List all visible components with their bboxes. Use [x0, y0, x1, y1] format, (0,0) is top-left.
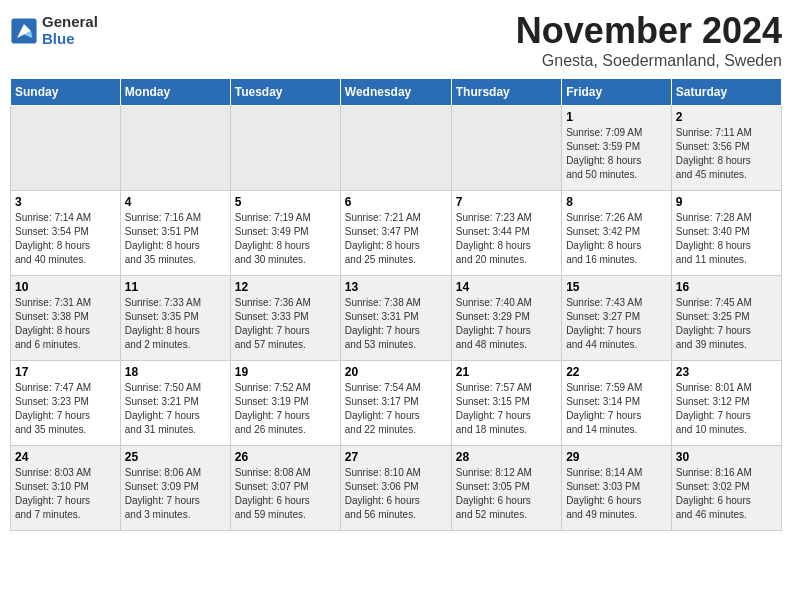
calendar-week-row: 24Sunrise: 8:03 AM Sunset: 3:10 PM Dayli… [11, 446, 782, 531]
calendar-cell: 3Sunrise: 7:14 AM Sunset: 3:54 PM Daylig… [11, 191, 121, 276]
logo-blue-text: Blue [42, 31, 98, 48]
day-info: Sunrise: 8:03 AM Sunset: 3:10 PM Dayligh… [15, 466, 116, 522]
day-number: 9 [676, 195, 777, 209]
day-number: 26 [235, 450, 336, 464]
day-number: 23 [676, 365, 777, 379]
day-info: Sunrise: 7:38 AM Sunset: 3:31 PM Dayligh… [345, 296, 447, 352]
calendar-cell: 17Sunrise: 7:47 AM Sunset: 3:23 PM Dayli… [11, 361, 121, 446]
day-number: 2 [676, 110, 777, 124]
day-info: Sunrise: 7:40 AM Sunset: 3:29 PM Dayligh… [456, 296, 557, 352]
logo: General Blue [10, 14, 98, 47]
location-title: Gnesta, Soedermanland, Sweden [516, 52, 782, 70]
weekday-header: Saturday [671, 79, 781, 106]
day-number: 19 [235, 365, 336, 379]
calendar-cell: 18Sunrise: 7:50 AM Sunset: 3:21 PM Dayli… [120, 361, 230, 446]
calendar-week-row: 10Sunrise: 7:31 AM Sunset: 3:38 PM Dayli… [11, 276, 782, 361]
day-number: 12 [235, 280, 336, 294]
calendar-cell: 27Sunrise: 8:10 AM Sunset: 3:06 PM Dayli… [340, 446, 451, 531]
day-number: 27 [345, 450, 447, 464]
day-number: 7 [456, 195, 557, 209]
day-info: Sunrise: 7:16 AM Sunset: 3:51 PM Dayligh… [125, 211, 226, 267]
month-title: November 2024 [516, 10, 782, 52]
day-info: Sunrise: 7:36 AM Sunset: 3:33 PM Dayligh… [235, 296, 336, 352]
day-number: 8 [566, 195, 667, 209]
calendar-cell: 11Sunrise: 7:33 AM Sunset: 3:35 PM Dayli… [120, 276, 230, 361]
day-info: Sunrise: 8:16 AM Sunset: 3:02 PM Dayligh… [676, 466, 777, 522]
calendar-cell: 21Sunrise: 7:57 AM Sunset: 3:15 PM Dayli… [451, 361, 561, 446]
calendar-cell: 13Sunrise: 7:38 AM Sunset: 3:31 PM Dayli… [340, 276, 451, 361]
day-info: Sunrise: 8:14 AM Sunset: 3:03 PM Dayligh… [566, 466, 667, 522]
day-number: 30 [676, 450, 777, 464]
day-number: 21 [456, 365, 557, 379]
day-info: Sunrise: 7:26 AM Sunset: 3:42 PM Dayligh… [566, 211, 667, 267]
calendar-cell: 4Sunrise: 7:16 AM Sunset: 3:51 PM Daylig… [120, 191, 230, 276]
day-info: Sunrise: 7:21 AM Sunset: 3:47 PM Dayligh… [345, 211, 447, 267]
calendar-cell [230, 106, 340, 191]
calendar-cell: 10Sunrise: 7:31 AM Sunset: 3:38 PM Dayli… [11, 276, 121, 361]
calendar-cell: 8Sunrise: 7:26 AM Sunset: 3:42 PM Daylig… [562, 191, 672, 276]
day-info: Sunrise: 7:57 AM Sunset: 3:15 PM Dayligh… [456, 381, 557, 437]
calendar-cell: 19Sunrise: 7:52 AM Sunset: 3:19 PM Dayli… [230, 361, 340, 446]
calendar-cell: 25Sunrise: 8:06 AM Sunset: 3:09 PM Dayli… [120, 446, 230, 531]
day-number: 3 [15, 195, 116, 209]
calendar-week-row: 3Sunrise: 7:14 AM Sunset: 3:54 PM Daylig… [11, 191, 782, 276]
calendar-cell: 14Sunrise: 7:40 AM Sunset: 3:29 PM Dayli… [451, 276, 561, 361]
day-info: Sunrise: 8:10 AM Sunset: 3:06 PM Dayligh… [345, 466, 447, 522]
day-info: Sunrise: 7:11 AM Sunset: 3:56 PM Dayligh… [676, 126, 777, 182]
calendar-cell: 5Sunrise: 7:19 AM Sunset: 3:49 PM Daylig… [230, 191, 340, 276]
day-number: 10 [15, 280, 116, 294]
day-info: Sunrise: 7:54 AM Sunset: 3:17 PM Dayligh… [345, 381, 447, 437]
day-info: Sunrise: 7:52 AM Sunset: 3:19 PM Dayligh… [235, 381, 336, 437]
calendar-cell: 20Sunrise: 7:54 AM Sunset: 3:17 PM Dayli… [340, 361, 451, 446]
day-info: Sunrise: 7:45 AM Sunset: 3:25 PM Dayligh… [676, 296, 777, 352]
day-number: 18 [125, 365, 226, 379]
day-info: Sunrise: 7:59 AM Sunset: 3:14 PM Dayligh… [566, 381, 667, 437]
logo-icon [10, 17, 38, 45]
calendar-table: SundayMondayTuesdayWednesdayThursdayFrid… [10, 78, 782, 531]
day-number: 13 [345, 280, 447, 294]
calendar-cell [11, 106, 121, 191]
day-number: 4 [125, 195, 226, 209]
calendar-cell: 23Sunrise: 8:01 AM Sunset: 3:12 PM Dayli… [671, 361, 781, 446]
calendar-cell: 1Sunrise: 7:09 AM Sunset: 3:59 PM Daylig… [562, 106, 672, 191]
calendar-cell: 26Sunrise: 8:08 AM Sunset: 3:07 PM Dayli… [230, 446, 340, 531]
day-info: Sunrise: 8:01 AM Sunset: 3:12 PM Dayligh… [676, 381, 777, 437]
day-info: Sunrise: 7:23 AM Sunset: 3:44 PM Dayligh… [456, 211, 557, 267]
calendar-cell: 22Sunrise: 7:59 AM Sunset: 3:14 PM Dayli… [562, 361, 672, 446]
day-info: Sunrise: 7:33 AM Sunset: 3:35 PM Dayligh… [125, 296, 226, 352]
calendar-cell [451, 106, 561, 191]
day-number: 5 [235, 195, 336, 209]
weekday-header: Sunday [11, 79, 121, 106]
day-number: 6 [345, 195, 447, 209]
calendar-cell: 12Sunrise: 7:36 AM Sunset: 3:33 PM Dayli… [230, 276, 340, 361]
day-number: 11 [125, 280, 226, 294]
day-number: 14 [456, 280, 557, 294]
calendar-cell: 6Sunrise: 7:21 AM Sunset: 3:47 PM Daylig… [340, 191, 451, 276]
day-number: 1 [566, 110, 667, 124]
header: General Blue November 2024 Gnesta, Soede… [10, 10, 782, 70]
day-info: Sunrise: 8:12 AM Sunset: 3:05 PM Dayligh… [456, 466, 557, 522]
calendar-week-row: 17Sunrise: 7:47 AM Sunset: 3:23 PM Dayli… [11, 361, 782, 446]
weekday-header: Wednesday [340, 79, 451, 106]
day-info: Sunrise: 7:19 AM Sunset: 3:49 PM Dayligh… [235, 211, 336, 267]
day-info: Sunrise: 7:28 AM Sunset: 3:40 PM Dayligh… [676, 211, 777, 267]
weekday-header: Tuesday [230, 79, 340, 106]
day-info: Sunrise: 7:47 AM Sunset: 3:23 PM Dayligh… [15, 381, 116, 437]
calendar-cell: 9Sunrise: 7:28 AM Sunset: 3:40 PM Daylig… [671, 191, 781, 276]
day-info: Sunrise: 8:08 AM Sunset: 3:07 PM Dayligh… [235, 466, 336, 522]
weekday-header: Friday [562, 79, 672, 106]
day-number: 16 [676, 280, 777, 294]
calendar-week-row: 1Sunrise: 7:09 AM Sunset: 3:59 PM Daylig… [11, 106, 782, 191]
logo-general-text: General [42, 14, 98, 31]
day-number: 24 [15, 450, 116, 464]
day-number: 25 [125, 450, 226, 464]
calendar-cell: 24Sunrise: 8:03 AM Sunset: 3:10 PM Dayli… [11, 446, 121, 531]
day-info: Sunrise: 8:06 AM Sunset: 3:09 PM Dayligh… [125, 466, 226, 522]
day-number: 22 [566, 365, 667, 379]
calendar-cell: 2Sunrise: 7:11 AM Sunset: 3:56 PM Daylig… [671, 106, 781, 191]
title-area: November 2024 Gnesta, Soedermanland, Swe… [516, 10, 782, 70]
day-number: 17 [15, 365, 116, 379]
calendar-header-row: SundayMondayTuesdayWednesdayThursdayFrid… [11, 79, 782, 106]
day-number: 28 [456, 450, 557, 464]
day-info: Sunrise: 7:50 AM Sunset: 3:21 PM Dayligh… [125, 381, 226, 437]
